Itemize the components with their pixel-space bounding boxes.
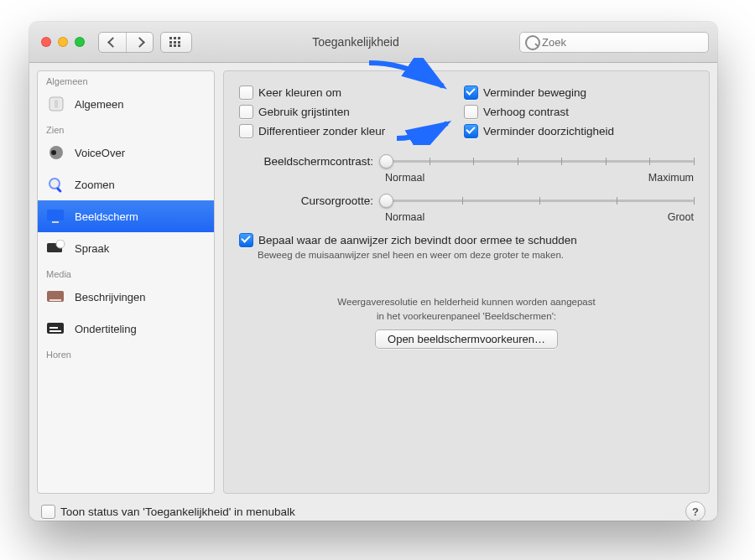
search-input[interactable]: [519, 32, 709, 53]
forward-button[interactable]: [126, 33, 153, 52]
sidebar-item-descriptions[interactable]: Beschrijvingen: [38, 281, 214, 313]
increase-contrast-checkbox[interactable]: Verhoog contrast: [464, 105, 694, 119]
accessibility-window: Toegankelijkheid Algemeen Algemeen Zien …: [29, 22, 717, 521]
descriptions-icon: [46, 288, 66, 306]
chevron-left-icon: [107, 37, 118, 48]
shake-to-locate-checkbox[interactable]: Bepaal waar de aanwijzer zich bevindt do…: [239, 233, 694, 247]
general-icon: [46, 95, 66, 113]
sidebar-item-display[interactable]: Beeldscherm: [38, 200, 214, 232]
speech-icon: [46, 239, 66, 257]
close-window-button[interactable]: [41, 37, 51, 47]
search-icon: [525, 35, 540, 50]
checkbox-label: Bepaal waar de aanwijzer zich bevindt do…: [258, 234, 577, 246]
slider-max-label: Groot: [668, 211, 694, 223]
svg-rect-15: [47, 210, 64, 220]
checkbox-icon: [464, 124, 478, 138]
display-options: Keer kleuren om Verminder beweging Gebru…: [239, 83, 694, 141]
cursor-captions: Normaal Groot: [385, 211, 694, 223]
reduce-motion-checkbox[interactable]: Verminder beweging: [464, 86, 694, 100]
sidebar-group-vision: Zien: [38, 120, 214, 137]
svg-rect-3: [169, 41, 172, 44]
sidebar-group-general: Algemeen: [38, 71, 214, 88]
show-status-menubar-checkbox[interactable]: Toon status van 'Toegankelijkheid' in me…: [41, 505, 295, 519]
svg-rect-22: [49, 330, 61, 332]
checkbox-label: Toon status van 'Toegankelijkheid' in me…: [60, 506, 295, 518]
slider-knob[interactable]: [379, 154, 393, 169]
show-all-prefs-button[interactable]: [160, 32, 192, 53]
checkbox-label: Verminder beweging: [483, 86, 586, 99]
app-grid-icon: [169, 37, 183, 47]
window-title: Toegankelijkheid: [199, 35, 513, 49]
sidebar-item-label: Algemeen: [75, 98, 124, 111]
checkbox-label: Keer kleuren om: [258, 86, 341, 99]
checkbox-label: Verhoog contrast: [483, 106, 569, 118]
checkbox-icon: [239, 233, 253, 247]
svg-point-18: [56, 240, 65, 248]
back-button[interactable]: [99, 33, 126, 52]
display-icon: [46, 207, 66, 226]
cursor-size-control: Cursorgrootte: Normaal Groot: [239, 192, 694, 223]
voiceover-icon: [46, 143, 66, 162]
window-controls: [41, 37, 85, 47]
zoom-window-button[interactable]: [75, 37, 85, 47]
sidebar-item-zoom[interactable]: Zoomen: [38, 169, 214, 200]
display-settings-panel: Keer kleuren om Verminder beweging Gebru…: [223, 70, 710, 494]
sidebar-group-hearing: Horen: [38, 345, 214, 361]
svg-rect-0: [169, 37, 172, 39]
slider-track: [385, 160, 694, 163]
help-button[interactable]: ?: [685, 501, 706, 521]
contrast-captions: Normaal Maximum: [385, 172, 694, 184]
slider-min-label: Normaal: [385, 172, 424, 184]
svg-rect-8: [178, 44, 180, 47]
sidebar-item-speech[interactable]: Spraak: [38, 232, 214, 264]
svg-rect-23: [49, 327, 58, 329]
sidebar-item-label: Beschrijvingen: [75, 291, 146, 303]
sidebar-item-general[interactable]: Algemeen: [38, 88, 214, 120]
checkbox-icon: [464, 105, 478, 119]
search-wrapper: [519, 32, 709, 53]
svg-rect-1: [174, 37, 176, 39]
contrast-slider[interactable]: [385, 153, 694, 169]
subtitles-icon: [46, 319, 66, 338]
svg-point-13: [49, 179, 60, 189]
chevron-right-icon: [134, 37, 145, 48]
reduce-transparency-checkbox[interactable]: Verminder doorzichtigheid: [464, 124, 694, 138]
sidebar-group-media: Media: [38, 264, 214, 281]
open-display-preferences-button[interactable]: Open beeldschermvoorkeuren…: [375, 329, 558, 349]
svg-rect-4: [174, 41, 176, 44]
grayscale-checkbox[interactable]: Gebruik grijstinten: [239, 105, 449, 119]
invert-colors-checkbox[interactable]: Keer kleuren om: [239, 86, 449, 100]
slider-min-label: Normaal: [385, 211, 424, 223]
display-contrast-control: Beeldschermcontrast: Normaal Maximum: [239, 153, 694, 184]
checkbox-icon: [41, 505, 55, 519]
differentiate-no-color-checkbox[interactable]: Differentieer zonder kleur: [239, 124, 449, 138]
shake-to-locate: Bepaal waar de aanwijzer zich bevindt do…: [239, 233, 694, 260]
sidebar-item-subtitles[interactable]: Ondertiteling: [38, 313, 214, 345]
shake-to-locate-description: Beweeg de muisaanwijzer snel heen en wee…: [258, 250, 694, 260]
sidebar-item-label: Zoomen: [75, 179, 115, 191]
svg-point-12: [51, 150, 56, 155]
checkbox-icon: [239, 124, 253, 138]
cursor-size-slider[interactable]: [385, 192, 694, 209]
display-pref-note: Weergaveresolutie en helderheid kunnen w…: [239, 295, 694, 323]
contrast-label: Beeldschermcontrast:: [239, 155, 373, 168]
sidebar[interactable]: Algemeen Algemeen Zien VoiceOver Zoomen: [37, 70, 215, 494]
zoom-icon: [46, 175, 66, 194]
sidebar-item-label: Ondertiteling: [75, 323, 137, 335]
slider-knob[interactable]: [379, 194, 393, 208]
svg-rect-5: [178, 41, 180, 44]
checkbox-label: Differentieer zonder kleur: [258, 125, 385, 137]
checkbox-icon: [239, 86, 253, 100]
svg-rect-2: [178, 37, 180, 39]
svg-rect-7: [174, 44, 176, 47]
bottom-bar: Toon status van 'Toegankelijkheid' in me…: [29, 494, 717, 521]
sidebar-item-label: Spraak: [75, 242, 109, 255]
nav-segmented: [98, 32, 154, 53]
sidebar-item-label: VoiceOver: [75, 147, 125, 159]
body: Algemeen Algemeen Zien VoiceOver Zoomen: [29, 63, 717, 494]
checkbox-label: Gebruik grijstinten: [258, 106, 350, 118]
minimize-window-button[interactable]: [58, 37, 68, 47]
checkbox-label: Verminder doorzichtigheid: [483, 125, 614, 137]
svg-rect-10: [55, 100, 58, 108]
sidebar-item-voiceover[interactable]: VoiceOver: [38, 137, 214, 169]
